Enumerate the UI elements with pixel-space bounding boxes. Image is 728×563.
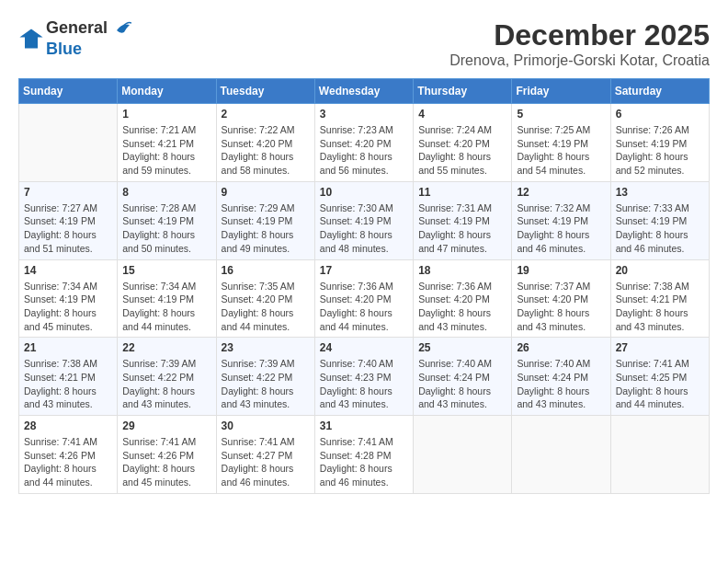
logo-icon <box>18 26 44 52</box>
day-number: 28 <box>24 419 112 432</box>
col-monday: Monday <box>118 79 216 104</box>
col-thursday: Thursday <box>414 79 512 104</box>
calendar-cell: 28Sunrise: 7:41 AMSunset: 4:26 PMDayligh… <box>19 416 118 494</box>
calendar-cell: 6Sunrise: 7:26 AMSunset: 4:19 PMDaylight… <box>610 104 709 182</box>
day-info: Sunrise: 7:28 AMSunset: 4:19 PMDaylight:… <box>122 201 210 256</box>
calendar-cell: 22Sunrise: 7:39 AMSunset: 4:22 PMDayligh… <box>118 338 216 416</box>
day-number: 5 <box>517 108 605 121</box>
logo-general-text: General <box>46 18 108 37</box>
day-number: 24 <box>320 341 408 354</box>
day-number: 3 <box>320 108 408 121</box>
day-info: Sunrise: 7:34 AMSunset: 4:19 PMDaylight:… <box>24 280 112 334</box>
day-number: 14 <box>24 264 112 277</box>
day-info: Sunrise: 7:38 AMSunset: 4:21 PMDaylight:… <box>616 280 704 334</box>
calendar-cell <box>610 416 709 494</box>
calendar-cell: 24Sunrise: 7:40 AMSunset: 4:23 PMDayligh… <box>314 338 413 416</box>
day-info: Sunrise: 7:41 AMSunset: 4:28 PMDaylight:… <box>320 435 408 489</box>
day-number: 30 <box>222 419 310 432</box>
calendar-cell: 31Sunrise: 7:41 AMSunset: 4:28 PMDayligh… <box>314 416 413 494</box>
logo-bird-icon <box>109 19 131 40</box>
calendar-cell: 4Sunrise: 7:24 AMSunset: 4:20 PMDaylight… <box>414 104 512 182</box>
day-info: Sunrise: 7:40 AMSunset: 4:24 PMDaylight:… <box>517 357 605 411</box>
calendar-week-4: 21Sunrise: 7:38 AMSunset: 4:21 PMDayligh… <box>19 338 710 416</box>
calendar-week-3: 14Sunrise: 7:34 AMSunset: 4:19 PMDayligh… <box>19 259 710 338</box>
day-number: 12 <box>517 186 605 199</box>
calendar-cell: 14Sunrise: 7:34 AMSunset: 4:19 PMDayligh… <box>19 259 118 338</box>
month-title: December 2025 <box>449 18 710 52</box>
calendar-cell: 19Sunrise: 7:37 AMSunset: 4:20 PMDayligh… <box>512 259 610 338</box>
day-number: 6 <box>616 108 704 121</box>
calendar-cell: 29Sunrise: 7:41 AMSunset: 4:26 PMDayligh… <box>118 416 216 494</box>
day-number: 8 <box>122 186 210 199</box>
day-number: 11 <box>418 186 506 199</box>
day-number: 16 <box>222 264 310 277</box>
day-info: Sunrise: 7:27 AMSunset: 4:19 PMDaylight:… <box>24 201 112 256</box>
calendar-cell: 23Sunrise: 7:39 AMSunset: 4:22 PMDayligh… <box>216 338 314 416</box>
day-number: 9 <box>222 186 310 199</box>
calendar-table: Sunday Monday Tuesday Wednesday Thursday… <box>18 78 710 494</box>
calendar-cell <box>414 416 512 494</box>
calendar-cell: 10Sunrise: 7:30 AMSunset: 4:19 PMDayligh… <box>314 181 413 259</box>
calendar-cell: 21Sunrise: 7:38 AMSunset: 4:21 PMDayligh… <box>19 338 118 416</box>
calendar-cell: 25Sunrise: 7:40 AMSunset: 4:24 PMDayligh… <box>414 338 512 416</box>
day-number: 13 <box>616 186 704 199</box>
day-info: Sunrise: 7:41 AMSunset: 4:27 PMDaylight:… <box>222 435 310 489</box>
calendar-cell: 5Sunrise: 7:25 AMSunset: 4:19 PMDaylight… <box>512 104 610 182</box>
calendar-week-2: 7Sunrise: 7:27 AMSunset: 4:19 PMDaylight… <box>19 181 710 259</box>
day-number: 31 <box>320 419 408 432</box>
logo-blue-text: Blue <box>46 40 82 58</box>
calendar-cell: 3Sunrise: 7:23 AMSunset: 4:20 PMDaylight… <box>314 104 413 182</box>
day-number: 23 <box>222 341 310 354</box>
calendar-cell: 8Sunrise: 7:28 AMSunset: 4:19 PMDaylight… <box>118 181 216 259</box>
day-info: Sunrise: 7:39 AMSunset: 4:22 PMDaylight:… <box>222 357 310 411</box>
day-info: Sunrise: 7:22 AMSunset: 4:20 PMDaylight:… <box>222 123 310 178</box>
day-info: Sunrise: 7:36 AMSunset: 4:20 PMDaylight:… <box>418 280 506 334</box>
calendar-body: 1Sunrise: 7:21 AMSunset: 4:21 PMDaylight… <box>19 104 710 494</box>
location-title: Drenova, Primorje-Gorski Kotar, Croatia <box>449 52 710 69</box>
day-number: 1 <box>122 108 210 121</box>
day-info: Sunrise: 7:41 AMSunset: 4:26 PMDaylight:… <box>24 435 112 489</box>
day-number: 7 <box>24 186 112 199</box>
day-number: 19 <box>517 264 605 277</box>
day-info: Sunrise: 7:23 AMSunset: 4:20 PMDaylight:… <box>320 123 408 178</box>
col-sunday: Sunday <box>19 79 118 104</box>
calendar-cell: 11Sunrise: 7:31 AMSunset: 4:19 PMDayligh… <box>414 181 512 259</box>
day-number: 22 <box>122 341 210 354</box>
calendar-cell: 12Sunrise: 7:32 AMSunset: 4:19 PMDayligh… <box>512 181 610 259</box>
day-info: Sunrise: 7:40 AMSunset: 4:23 PMDaylight:… <box>320 357 408 411</box>
day-number: 21 <box>24 341 112 354</box>
calendar-header-row: Sunday Monday Tuesday Wednesday Thursday… <box>19 79 710 104</box>
day-info: Sunrise: 7:21 AMSunset: 4:21 PMDaylight:… <box>122 123 210 178</box>
calendar-cell: 17Sunrise: 7:36 AMSunset: 4:20 PMDayligh… <box>314 259 413 338</box>
calendar-week-5: 28Sunrise: 7:41 AMSunset: 4:26 PMDayligh… <box>19 416 710 494</box>
day-number: 29 <box>122 419 210 432</box>
calendar-cell: 15Sunrise: 7:34 AMSunset: 4:19 PMDayligh… <box>118 259 216 338</box>
calendar-cell <box>19 104 118 182</box>
day-info: Sunrise: 7:30 AMSunset: 4:19 PMDaylight:… <box>320 201 408 256</box>
day-info: Sunrise: 7:39 AMSunset: 4:22 PMDaylight:… <box>122 357 210 411</box>
calendar-header: Sunday Monday Tuesday Wednesday Thursday… <box>19 79 710 104</box>
calendar-cell <box>512 416 610 494</box>
calendar-cell: 9Sunrise: 7:29 AMSunset: 4:19 PMDaylight… <box>216 181 314 259</box>
day-number: 20 <box>616 264 704 277</box>
calendar-cell: 2Sunrise: 7:22 AMSunset: 4:20 PMDaylight… <box>216 104 314 182</box>
svg-marker-0 <box>19 29 42 48</box>
day-info: Sunrise: 7:25 AMSunset: 4:19 PMDaylight:… <box>517 123 605 178</box>
calendar-cell: 20Sunrise: 7:38 AMSunset: 4:21 PMDayligh… <box>610 259 709 338</box>
day-number: 17 <box>320 264 408 277</box>
day-info: Sunrise: 7:33 AMSunset: 4:19 PMDaylight:… <box>616 201 704 256</box>
calendar-cell: 7Sunrise: 7:27 AMSunset: 4:19 PMDaylight… <box>19 181 118 259</box>
day-info: Sunrise: 7:38 AMSunset: 4:21 PMDaylight:… <box>24 357 112 411</box>
calendar-cell: 27Sunrise: 7:41 AMSunset: 4:25 PMDayligh… <box>610 338 709 416</box>
page-header: General Blue December 2025 Drenova, Prim… <box>18 18 710 69</box>
col-wednesday: Wednesday <box>314 79 413 104</box>
day-info: Sunrise: 7:29 AMSunset: 4:19 PMDaylight:… <box>222 201 310 256</box>
calendar-cell: 16Sunrise: 7:35 AMSunset: 4:20 PMDayligh… <box>216 259 314 338</box>
day-info: Sunrise: 7:26 AMSunset: 4:19 PMDaylight:… <box>616 123 704 178</box>
col-saturday: Saturday <box>610 79 709 104</box>
day-number: 26 <box>517 341 605 354</box>
calendar-cell: 18Sunrise: 7:36 AMSunset: 4:20 PMDayligh… <box>414 259 512 338</box>
day-info: Sunrise: 7:37 AMSunset: 4:20 PMDaylight:… <box>517 280 605 334</box>
day-number: 27 <box>616 341 704 354</box>
logo: General Blue <box>18 18 133 59</box>
